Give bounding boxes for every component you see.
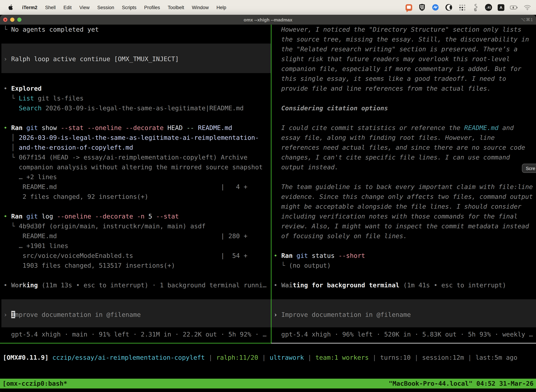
menu-item-scripts[interactable]: Scripts	[122, 5, 136, 10]
percent-badge-icon[interactable]: ..61	[485, 4, 492, 11]
shield-icon[interactable]	[418, 4, 426, 11]
terminal-line: • Ran git status --short	[274, 251, 536, 261]
tmux-pane-left[interactable]: └ No agents completed yet › Ralph loop a…	[0, 25, 271, 343]
terminal-text-segment: of focusing solely on file lines.	[274, 232, 407, 240]
chat-icon[interactable]	[405, 4, 412, 11]
terminal-line: └ 4b9d30f (origin/main, instructkr/main,…	[4, 221, 271, 231]
menu-item-edit[interactable]: Edit	[63, 5, 72, 10]
terminal-text-segment: references need actual files, and since …	[274, 144, 525, 151]
terminal-text-segment: |	[205, 354, 216, 361]
menu-item-profiles[interactable]: Profiles	[144, 5, 160, 10]
terminal-line: essay file, along with finding root file…	[274, 133, 536, 143]
window-title-bar[interactable]: omx --xhigh --madmax ⌥⌘1	[0, 15, 536, 25]
pane-divider-vertical[interactable]	[271, 25, 272, 343]
terminal-line: └ List git ls-files	[4, 93, 271, 103]
menu-item-toolbelt[interactable]: Toolbelt	[168, 5, 184, 10]
terminal-line: the source tree, missing the essay. Stil…	[274, 34, 536, 44]
terminal-line	[274, 300, 536, 310]
terminal-text-segment: ralph:11/20	[216, 354, 258, 361]
terminal-line: I could cite commit statistics or refere…	[274, 123, 536, 133]
terminal-text-segment: status	[308, 252, 335, 259]
terminal-text-segment: │	[4, 134, 19, 141]
terminal-text-segment: However, I noticed the "Directory Struct…	[274, 26, 522, 33]
minimize-button[interactable]	[10, 18, 14, 22]
terminal-line: • Explored	[4, 84, 271, 93]
menu-item-view[interactable]: View	[79, 5, 90, 10]
terminal-line	[4, 74, 271, 84]
terminal-text-segment: ›	[4, 55, 11, 62]
terminal-text-segment: •	[274, 281, 281, 289]
menu-bar: iTerm2ShellEditViewSessionScriptsProfile…	[0, 0, 536, 15]
terminal-text-segment: Search	[19, 104, 42, 112]
terminal-text-segment: might be acceptable alongside the file l…	[274, 203, 522, 210]
apple-menu-icon[interactable]	[8, 4, 13, 10]
terminal-text-segment: gpt-5.4 xhigh · 96% left · 520K in · 5.8…	[274, 331, 533, 338]
menu-item-help[interactable]: Help	[216, 5, 226, 10]
terminal-line: output instead.	[274, 162, 536, 172]
terminal-text-segment: └	[4, 222, 19, 230]
terminal-line	[4, 44, 271, 54]
terminal-text-segment: 2 files changed, 92 insertions(+)	[4, 193, 148, 200]
tmux-pane-right[interactable]: However, I noticed the "Directory Struct…	[272, 25, 536, 343]
terminal-line: companion file, especially if more comme…	[274, 64, 536, 74]
terminal-line: 2 files changed, 92 insertions(+)	[4, 192, 271, 202]
zoom-button[interactable]	[17, 18, 21, 22]
terminal-line	[274, 290, 536, 300]
battery-icon[interactable]	[510, 4, 518, 11]
terminal-text-segment: |	[258, 354, 270, 361]
terminal-line: › Improve documentation in @filename	[4, 310, 271, 320]
input-source-icon[interactable]: A	[498, 4, 504, 11]
dots-grid-icon[interactable]	[458, 4, 466, 11]
terminal-line	[274, 172, 536, 182]
menu-item-shell[interactable]: Shell	[45, 5, 56, 10]
terminal-line: src/voice/voiceModeEnabled.ts | 54 +	[4, 251, 271, 261]
terminal-text-segment: └	[4, 94, 19, 102]
terminal-text-segment: --stat --oneline --decorate	[57, 124, 164, 131]
terminal-text-segment: Wo	[11, 281, 19, 289]
terminal-text-segment: └	[4, 154, 19, 161]
terminal-line: └ 067f154 (HEAD -> essay/ai-reimplementa…	[4, 152, 271, 162]
terminal-text-segment: mprove documentation in @filename	[15, 311, 141, 318]
terminal-text-segment: 5	[144, 213, 152, 220]
terminal-line: └ No agents completed yet	[4, 25, 271, 34]
terminal-text-segment: 067f154 (HEAD -> essay/ai-reimplementati…	[19, 154, 247, 161]
terminal-text-segment: |	[464, 354, 475, 361]
terminal-text-segment: last:5m ago	[475, 354, 517, 361]
terminal-text-segment: changes, I can't cite specific file line…	[274, 154, 510, 161]
terminal-text-segment: --oneline --decorate -n	[53, 213, 144, 220]
terminal-text-segment: session:12m	[422, 354, 464, 361]
terminal-line: evidence. Since this change only affects…	[274, 192, 536, 202]
terminal-line	[274, 271, 536, 280]
terminal-line	[274, 241, 536, 251]
wifi-icon[interactable]	[523, 4, 531, 11]
terminal-text-segment: └	[4, 26, 11, 33]
terminal-text-segment: the source tree, missing the essay. Stil…	[274, 36, 529, 43]
terminal-line: • Working (11m 13s • esc to interrupt) ·…	[4, 280, 271, 290]
terminal-text-segment: Ralph loop active continue [OMX_TMUX_INJ…	[11, 55, 179, 62]
terminal-text-segment: the "Related research writing" section i…	[274, 45, 517, 53]
squiggle-icon[interactable]	[472, 4, 479, 11]
terminal-text-segment: src/voice/voiceModeEnabled.ts | 54 +	[4, 252, 247, 259]
terminal-text-segment: evidence. Since this change only affects…	[274, 193, 533, 200]
terminal-line	[274, 93, 536, 103]
terminal-text-segment: README.md | 280 +	[4, 232, 247, 240]
terminal-text-segment: --stat	[152, 213, 179, 220]
menu-item-session[interactable]: Session	[97, 5, 114, 10]
terminal-text-segment: README.md | 4 +	[4, 183, 247, 190]
terminal-line: references need actual files, and since …	[274, 143, 536, 152]
terminal-line: Considering citation options	[274, 103, 536, 113]
terminal-line: › Ralph loop active continue [OMX_TMUX_I…	[4, 54, 271, 64]
blue-badge-icon[interactable]	[431, 4, 439, 11]
menu-item-window[interactable]: Window	[192, 5, 209, 10]
crescent-icon[interactable]	[445, 4, 453, 11]
terminal-text-segment: provide file and line references from th…	[274, 85, 491, 92]
terminal-text-segment: |	[304, 354, 315, 361]
terminal-text-segment: Considering citation options	[274, 104, 388, 112]
omx-status-line: [OMX#0.11.9] cczip/essay/ai-reimplementa…	[3, 353, 536, 363]
terminal-line: of focusing solely on file lines.	[274, 231, 536, 241]
terminal-text-segment: ›	[4, 311, 11, 318]
terminal-text-segment: ultrawork	[270, 354, 304, 361]
close-button[interactable]	[3, 18, 7, 22]
terminal-text-segment: output instead.	[274, 163, 338, 171]
menu-item-iterm2[interactable]: iTerm2	[22, 5, 38, 10]
